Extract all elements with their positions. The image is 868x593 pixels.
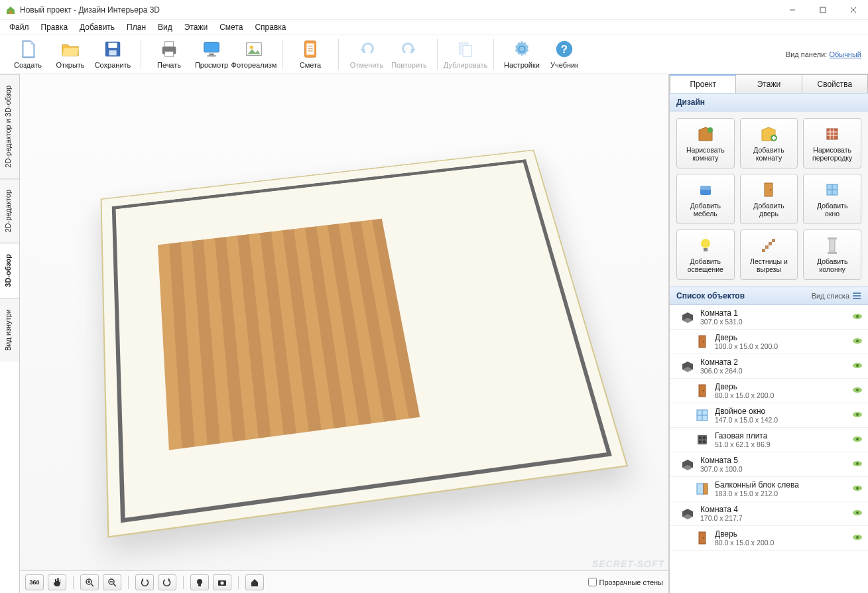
menu-add[interactable]: Добавить [74, 21, 120, 33]
visibility-toggle[interactable] [852, 435, 863, 444]
home-icon [250, 578, 259, 587]
home-view-button[interactable] [245, 574, 264, 590]
redo-button[interactable]: Повторить [388, 38, 430, 70]
add_light-icon [696, 236, 715, 255]
visibility-toggle[interactable] [852, 362, 863, 371]
door-icon [695, 531, 710, 545]
panel-view-mode[interactable]: Обычный [829, 50, 861, 58]
svg-rect-13 [306, 44, 314, 55]
svg-point-52 [856, 389, 859, 391]
tab-2d-3d[interactable]: 2D-редактор и 3D-обзор [0, 74, 19, 178]
visibility-toggle[interactable] [852, 484, 863, 494]
object-row[interactable]: Комната 4170.0 x 217.7 [670, 501, 868, 526]
zoom-out-icon [107, 578, 117, 587]
rotate-left-button[interactable] [135, 574, 154, 590]
light-toggle-button[interactable] [190, 574, 209, 590]
design-add_door-button[interactable]: Добавитьдверь [740, 174, 798, 224]
maximize-button[interactable] [814, 3, 832, 17]
tab-2d[interactable]: 2D-редактор [0, 178, 19, 243]
3d-canvas[interactable] [20, 74, 668, 570]
add_room-icon [759, 125, 778, 143]
menu-estimate[interactable]: Смета [214, 21, 248, 33]
create-button[interactable]: Создать [7, 38, 49, 70]
minimize-button[interactable] [783, 3, 802, 17]
window-icon [695, 408, 710, 423]
design-add_room-button[interactable]: Добавитькомнату [740, 118, 798, 168]
object-row[interactable]: Дверь80.0 x 15.0 x 200.0 [670, 379, 868, 403]
close-button[interactable] [844, 3, 863, 17]
visibility-toggle[interactable] [852, 411, 863, 420]
object-row[interactable]: Дверь100.0 x 15.0 x 200.0 [670, 330, 868, 354]
design-add_light-button[interactable]: Добавитьосвещение [676, 230, 735, 280]
tutorial-button[interactable]: ? Учебник [543, 38, 586, 70]
menu-edit[interactable]: Правка [36, 21, 74, 33]
door-icon [695, 383, 710, 398]
pan-button[interactable] [48, 574, 66, 590]
object-row[interactable]: Двойное окно147.0 x 15.0 x 142.0 [670, 403, 868, 428]
save-button[interactable]: Сохранить [92, 38, 134, 70]
design-add_furniture-button[interactable]: Добавитьмебель [676, 174, 735, 224]
tab-floors[interactable]: Этажи [736, 74, 802, 93]
photoreal-button[interactable]: Фотореализм [233, 38, 275, 70]
visibility-toggle[interactable] [852, 460, 863, 469]
svg-rect-40 [853, 298, 861, 299]
menu-view[interactable]: Вид [153, 21, 178, 33]
screenshot-button[interactable] [213, 574, 231, 590]
room-icon [680, 359, 695, 373]
object-row[interactable]: Комната 2306.0 x 264.0 [670, 354, 868, 379]
rotate-right-button[interactable] [158, 574, 176, 590]
design-stairs-button[interactable]: Лестницы ивырезы [740, 230, 798, 280]
tab-inside[interactable]: Вид изнутри [0, 298, 19, 362]
design-add_window-button[interactable]: Добавитьокно [803, 174, 861, 224]
redo-icon [399, 39, 419, 59]
photo-icon [244, 39, 264, 59]
svg-rect-37 [828, 252, 837, 254]
menu-file[interactable]: Файл [4, 21, 34, 33]
menu-floors[interactable]: Этажи [179, 21, 213, 33]
settings-button[interactable]: Настройки [501, 38, 543, 70]
window-title: Новый проект - Дизайн Интерьера 3D [20, 5, 783, 15]
duplicate-button[interactable]: Дублировать [444, 38, 487, 70]
rotate-360-button[interactable]: 360 [25, 574, 44, 590]
design-draw_partition-button[interactable]: Нарисоватьперегородку [803, 118, 861, 168]
svg-point-25 [708, 127, 713, 133]
tab-project[interactable]: Проект [670, 74, 736, 93]
transparent-walls-checkbox[interactable]: Прозрачные стены [588, 578, 663, 586]
svg-rect-27 [827, 129, 837, 139]
open-button[interactable]: Открыть [49, 38, 92, 70]
room-icon [680, 506, 695, 521]
tab-properties[interactable]: Свойства [802, 74, 868, 93]
svg-rect-66 [704, 484, 708, 494]
tab-3d[interactable]: 3D-обзор [0, 243, 19, 298]
visibility-toggle[interactable] [852, 386, 863, 395]
svg-rect-7 [204, 42, 219, 52]
zoom-in-button[interactable] [80, 574, 99, 590]
object-row[interactable]: Балконный блок слева183.0 x 15.0 x 212.0 [670, 477, 868, 501]
zoom-out-button[interactable] [103, 574, 121, 590]
svg-rect-8 [209, 54, 214, 56]
visibility-toggle[interactable] [852, 509, 863, 518]
print-button[interactable]: Печать [148, 38, 190, 70]
design-draw_room-button[interactable]: Нарисоватькомнату [676, 118, 735, 168]
list-view-icon[interactable] [852, 291, 861, 300]
object-row[interactable]: Комната 5307.0 x 100.0 [670, 452, 868, 477]
svg-point-42 [856, 315, 859, 318]
svg-point-44 [703, 341, 704, 342]
visibility-toggle[interactable] [852, 337, 863, 346]
visibility-toggle[interactable] [852, 312, 863, 322]
svg-point-50 [703, 390, 704, 391]
object-row[interactable]: Газовая плита51.0 x 62.1 x 86.9 [670, 428, 868, 452]
object-row[interactable]: Дверь80.0 x 15.0 x 200.0 [670, 526, 868, 551]
zoom-in-icon [85, 578, 94, 587]
preview-button[interactable]: Просмотр [190, 38, 233, 70]
undo-button[interactable]: Отменить [345, 38, 388, 70]
design-add_column-button[interactable]: Добавитьколонну [803, 230, 861, 280]
menu-help[interactable]: Справка [249, 21, 291, 33]
visibility-toggle[interactable] [852, 533, 863, 543]
estimate-button[interactable]: Смета [289, 38, 332, 70]
duplicate-icon [456, 39, 475, 59]
room-icon [680, 310, 695, 324]
bulb-icon [195, 578, 204, 587]
menu-plan[interactable]: План [121, 21, 151, 33]
object-row[interactable]: Комната 1307.0 x 531.0 [670, 305, 868, 330]
